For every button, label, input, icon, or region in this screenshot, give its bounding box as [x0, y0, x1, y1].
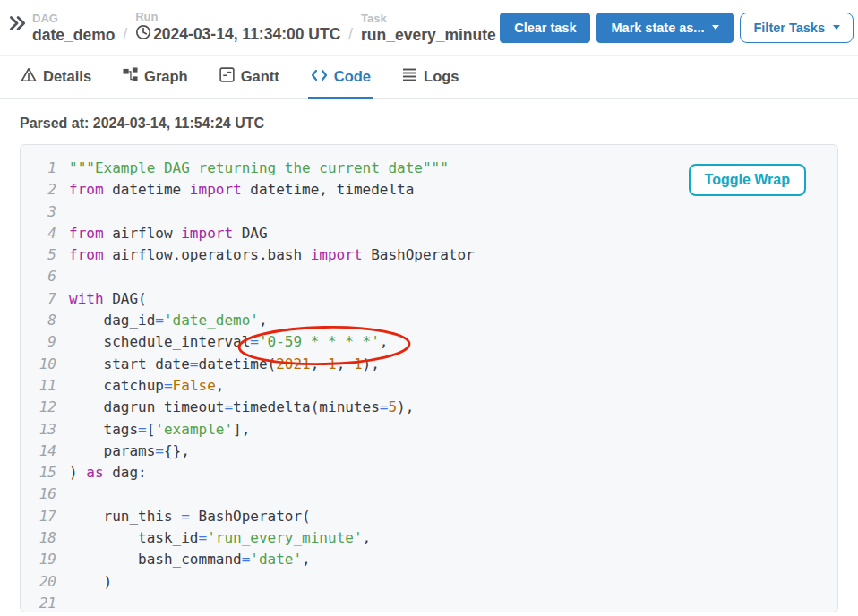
code-line: 8 dag_id='date_demo',: [32, 310, 837, 331]
clock-icon: [135, 24, 151, 45]
line-number: 10: [32, 354, 56, 375]
line-number: 3: [32, 201, 56, 223]
code-line: 10 start_date=datetime(2021, 1, 1),: [32, 354, 837, 375]
dag-name-link[interactable]: date_demo: [32, 26, 115, 45]
line-number: 1: [32, 158, 56, 179]
tab-code-label: Code: [334, 68, 371, 85]
code-line-text: run_this = BashOperator(: [69, 506, 311, 527]
line-number: 17: [32, 506, 56, 527]
run-timestamp-link[interactable]: 2024-03-14, 11:34:00 UTC: [135, 24, 340, 45]
code-line: 13 tags=['example'],: [32, 419, 837, 441]
code-line: 16: [32, 483, 837, 505]
breadcrumb-task: Task run_every_minute: [361, 12, 496, 45]
code-line: 15) as dag:: [32, 462, 837, 483]
code-line-text: from airflow.operators.bash import BashO…: [69, 244, 475, 266]
code-line: 5from airflow.operators.bash import Bash…: [32, 244, 837, 266]
parsed-at-text: Parsed at: 2024-03-14, 11:54:24 UTC: [20, 116, 858, 132]
filter-tasks-label: Filter Tasks: [753, 21, 825, 35]
filter-tasks-dropdown[interactable]: Filter Tasks: [740, 13, 854, 43]
mark-state-as-dropdown[interactable]: Mark state as...: [596, 13, 734, 43]
clear-task-button[interactable]: Clear task: [500, 13, 590, 43]
code-line: 6: [32, 266, 837, 287]
code-line: 20 ): [32, 571, 837, 593]
line-number: 7: [32, 288, 56, 310]
code-line: 9 schedule_interval='0-59 * * * *',: [32, 331, 837, 353]
line-number: 4: [32, 223, 56, 244]
line-number: 21: [32, 593, 56, 612]
run-label: Run: [135, 10, 340, 23]
code-line: 11 catchup=False,: [32, 375, 837, 397]
line-number: 8: [32, 310, 56, 331]
code-listing: 1"""Example DAG returning the current da…: [21, 145, 837, 612]
code-line-text: dag_id='date_demo',: [69, 310, 268, 331]
chevron-down-icon: [833, 25, 840, 30]
graph-icon: [123, 67, 138, 86]
line-number: 6: [32, 266, 56, 287]
line-number: 2: [32, 179, 56, 201]
dag-label: DAG: [32, 12, 115, 25]
code-line-text: start_date=datetime(2021, 1, 1),: [69, 354, 380, 375]
code-line: 3: [32, 201, 837, 223]
code-line: 18 task_id='run_every_minute',: [32, 527, 837, 549]
tab-graph-label: Graph: [144, 68, 188, 85]
tab-gantt-label: Gantt: [241, 68, 279, 85]
code-line-text: bash_command='date',: [69, 549, 311, 570]
tab-logs[interactable]: Logs: [399, 56, 461, 99]
task-name-link[interactable]: run_every_minute: [361, 26, 496, 45]
code-line: 19 bash_command='date',: [32, 549, 837, 570]
line-number: 20: [32, 571, 56, 593]
code-line-text: ): [69, 571, 112, 593]
breadcrumb: DAG date_demo / Run 2024-03-14, 11:34:00…: [32, 10, 496, 45]
clear-task-label: Clear task: [514, 21, 576, 35]
details-icon: [21, 67, 37, 86]
code-line-text: dagrun_timeout=timedelta(minutes=5),: [69, 397, 414, 418]
task-label: Task: [361, 12, 496, 25]
code-icon: [311, 68, 328, 85]
code-line: 14 params={},: [32, 441, 837, 462]
code-line-text: schedule_interval='0-59 * * * *',: [69, 331, 388, 353]
breadcrumb-separator: /: [123, 23, 127, 45]
tab-code[interactable]: Code: [308, 56, 373, 99]
double-chevron-right-icon[interactable]: [7, 13, 29, 35]
line-number: 5: [32, 244, 56, 266]
gantt-icon: [219, 67, 235, 86]
code-line-text: from datetime import datetime, timedelta: [69, 179, 414, 201]
logs-icon: [402, 68, 417, 85]
code-line: 12 dagrun_timeout=timedelta(minutes=5),: [32, 397, 837, 418]
toggle-wrap-button[interactable]: Toggle Wrap: [689, 164, 806, 196]
line-number: 14: [32, 441, 56, 462]
task-action-buttons: Clear task Mark state as... Filter Tasks: [500, 13, 854, 43]
code-line-text: from airflow import DAG: [69, 223, 268, 244]
tab-gantt[interactable]: Gantt: [217, 56, 282, 99]
code-line: 7with DAG(: [32, 288, 837, 310]
line-number: 16: [32, 483, 56, 505]
topbar: DAG date_demo / Run 2024-03-14, 11:34:00…: [0, 0, 858, 56]
line-number: 11: [32, 375, 56, 397]
code-line-text: tags=['example'],: [69, 419, 250, 441]
code-line-text: catchup=False,: [69, 375, 224, 397]
code-line: 17 run_this = BashOperator(: [32, 506, 837, 527]
mark-state-as-label: Mark state as...: [611, 21, 704, 35]
line-number: 19: [32, 549, 56, 570]
line-number: 15: [32, 462, 56, 483]
code-line-text: task_id='run_every_minute',: [69, 527, 371, 549]
breadcrumb-separator: /: [348, 23, 353, 45]
code-line: 4from airflow import DAG: [32, 223, 837, 244]
line-number: 13: [32, 419, 56, 441]
tab-graph[interactable]: Graph: [120, 56, 191, 99]
line-number: 12: [32, 397, 56, 418]
tab-details[interactable]: Details: [18, 56, 94, 99]
run-timestamp: 2024-03-14, 11:34:00 UTC: [153, 25, 340, 44]
code-line-text: params={},: [69, 441, 190, 462]
code-line-text: ) as dag:: [69, 462, 147, 483]
chevron-down-icon: [712, 25, 719, 30]
code-line: 21: [32, 593, 837, 612]
code-panel: Toggle Wrap 1"""Example DAG returning th…: [20, 144, 838, 612]
code-line-text: """Example DAG returning the current dat…: [69, 158, 449, 179]
code-line-text: with DAG(: [69, 288, 147, 310]
breadcrumb-run: Run 2024-03-14, 11:34:00 UTC: [135, 10, 340, 45]
tab-bar: Details Graph Gantt Code: [0, 56, 858, 99]
breadcrumb-dag: DAG date_demo: [32, 12, 115, 45]
tab-details-label: Details: [43, 68, 91, 85]
line-number: 9: [32, 331, 56, 353]
